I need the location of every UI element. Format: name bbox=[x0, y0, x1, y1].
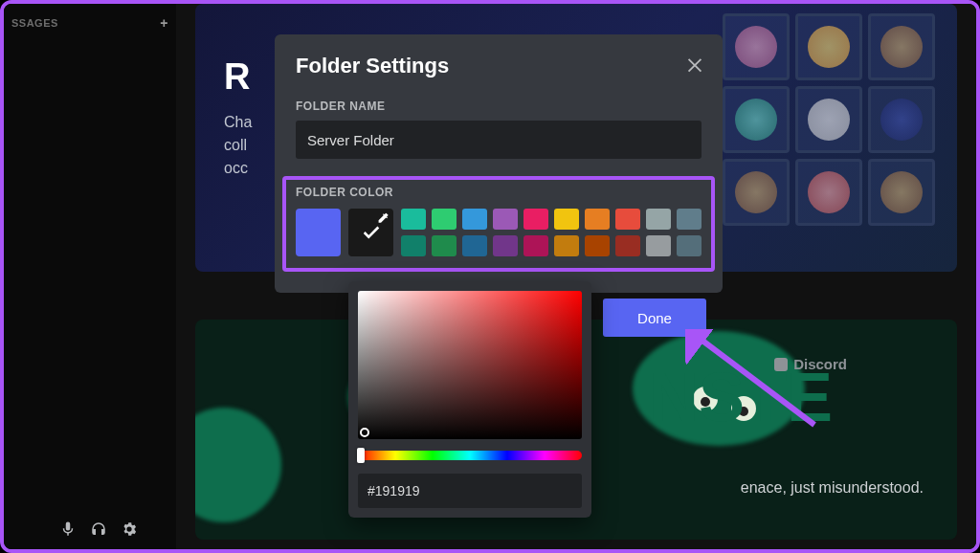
preset-color-swatch[interactable] bbox=[462, 209, 487, 230]
preset-color-swatch[interactable] bbox=[432, 209, 457, 230]
mute-mic-icon[interactable] bbox=[59, 520, 77, 542]
hue-slider[interactable] bbox=[358, 451, 582, 460]
preset-color-swatch[interactable] bbox=[493, 209, 518, 230]
settings-gear-icon[interactable] bbox=[121, 520, 138, 542]
preset-color-swatch[interactable] bbox=[585, 209, 610, 230]
done-button[interactable]: Done bbox=[603, 299, 706, 337]
hex-input[interactable] bbox=[358, 474, 582, 508]
preset-color-grid bbox=[401, 209, 702, 256]
preset-color-swatch[interactable] bbox=[432, 235, 457, 256]
preset-color-swatch[interactable] bbox=[646, 235, 671, 256]
preset-color-swatch[interactable] bbox=[554, 209, 579, 230]
preset-color-swatch[interactable] bbox=[677, 235, 702, 256]
saturation-area[interactable] bbox=[358, 291, 582, 439]
preset-color-swatch[interactable] bbox=[615, 235, 640, 256]
discord-branding: Discord bbox=[774, 356, 847, 372]
preset-color-swatch[interactable] bbox=[615, 209, 640, 230]
preset-color-swatch[interactable] bbox=[523, 235, 548, 256]
color-picker-popout bbox=[348, 281, 591, 518]
folder-name-input[interactable] bbox=[296, 121, 702, 159]
folder-color-label: FOLDER COLOR bbox=[296, 186, 702, 199]
banner-text-line: Cha bbox=[224, 111, 252, 134]
folder-name-label: FOLDER NAME bbox=[296, 100, 702, 113]
folder-color-section: FOLDER COLOR bbox=[282, 176, 715, 272]
default-color-swatch[interactable] bbox=[296, 209, 341, 256]
dm-sidebar: SSAGES + bbox=[4, 4, 176, 549]
deafen-icon[interactable] bbox=[90, 520, 107, 542]
folder-settings-modal: Folder Settings FOLDER NAME FOLDER COLOR bbox=[275, 34, 723, 293]
close-icon[interactable] bbox=[684, 54, 705, 75]
modal-title: Folder Settings bbox=[296, 54, 702, 78]
preset-color-swatch[interactable] bbox=[462, 235, 487, 256]
preset-color-swatch[interactable] bbox=[401, 235, 426, 256]
banner-text-line: occ bbox=[224, 157, 252, 180]
banner-text-line: coll bbox=[224, 134, 252, 157]
custom-color-swatch[interactable] bbox=[348, 209, 393, 256]
banner-title: R bbox=[224, 56, 252, 98]
preset-color-swatch[interactable] bbox=[554, 235, 579, 256]
saturation-cursor[interactable] bbox=[360, 428, 369, 437]
check-icon bbox=[361, 222, 382, 243]
preset-color-swatch[interactable] bbox=[677, 209, 702, 230]
preset-color-swatch[interactable] bbox=[646, 209, 671, 230]
preset-color-swatch[interactable] bbox=[523, 209, 548, 230]
preset-color-swatch[interactable] bbox=[401, 209, 426, 230]
lower-banner-tagline: enace, just misunderstood. bbox=[741, 479, 924, 497]
banner-shelf-grid bbox=[723, 13, 943, 253]
new-dm-icon[interactable]: + bbox=[160, 15, 168, 31]
hue-handle[interactable] bbox=[357, 448, 365, 463]
eyedropper-icon bbox=[376, 211, 390, 225]
preset-color-swatch[interactable] bbox=[493, 235, 518, 256]
sidebar-section-title: SSAGES bbox=[11, 17, 58, 29]
preset-color-swatch[interactable] bbox=[585, 235, 610, 256]
